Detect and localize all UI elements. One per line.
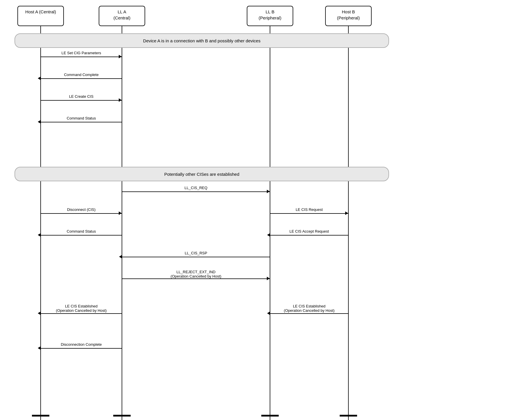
entity-host-a: Host A (Central) <box>17 6 64 26</box>
label-disconnection-complete: Disconnection Complete <box>42 342 120 347</box>
arrow-cmd-status-1 <box>41 122 122 122</box>
label-cmd-status-2: Command Status <box>42 229 120 233</box>
bottom-line-ll-a <box>113 415 131 417</box>
label-le-cis-established-b: LE CIS Established(Operation Cancelled b… <box>271 304 347 313</box>
entity-host-b: Host B(Peripheral) <box>325 6 372 26</box>
banner-connection: Device A is in a connection with B and p… <box>15 33 389 48</box>
arrow-le-cis-established-b <box>270 313 348 314</box>
label-cmd-status-1: Command Status <box>42 116 120 120</box>
arrowhead-le-create-cis <box>119 98 122 102</box>
label-le-cis-accept: LE CIS Accept Request <box>271 229 347 233</box>
arrow-le-create-cis <box>41 100 122 101</box>
arrow-disconnection-complete <box>41 348 122 349</box>
arrowhead-ll-reject-ext <box>267 277 270 280</box>
label-le-create-cis: LE Create CIS <box>42 94 120 99</box>
arrow-ll-cis-req <box>122 191 270 192</box>
label-cmd-complete: Command Complete <box>42 73 120 77</box>
lifeline-host-b <box>348 26 349 420</box>
arrowhead-ll-cis-req <box>267 190 270 193</box>
arrow-le-set-cig <box>41 57 122 57</box>
label-le-cis-established-a: LE CIS Established(Operation Cancelled b… <box>42 304 120 313</box>
banner-cises: Potentially other CISes are established <box>15 167 389 181</box>
bottom-line-host-a <box>32 415 49 417</box>
arrowhead-le-cis-accept <box>267 233 270 237</box>
arrow-cmd-complete <box>41 78 122 79</box>
label-ll-cis-req: LL_CIS_REQ <box>145 186 247 190</box>
label-disconnect-cis: Disconnect (CIS) <box>42 207 120 212</box>
arrow-disconnect-cis <box>41 213 122 214</box>
bottom-line-host-b <box>340 415 357 417</box>
arrowhead-cmd-status-2 <box>38 233 41 237</box>
arrow-cmd-status-2 <box>41 235 122 236</box>
label-le-cis-request: LE CIS Request <box>271 207 347 212</box>
arrowhead-le-cis-request <box>345 211 348 215</box>
arrowhead-le-cis-established-b <box>267 312 270 315</box>
arrowhead-le-set-cig <box>119 55 122 58</box>
arrow-le-cis-accept <box>270 235 348 236</box>
arrowhead-disconnect-cis <box>119 211 122 215</box>
arrowhead-cmd-status-1 <box>38 120 41 124</box>
label-ll-reject-ext: LL_REJECT_EXT_IND(Operation Cancelled by… <box>142 270 250 278</box>
arrow-ll-reject-ext <box>122 278 270 279</box>
bottom-line-ll-b <box>261 415 279 417</box>
arrow-le-cis-request <box>270 213 348 214</box>
entity-ll-a: LL A(Central) <box>99 6 145 26</box>
label-le-set-cig: LE Set CIG Parameters <box>42 51 120 55</box>
lifeline-host-a <box>40 26 41 420</box>
lifeline-ll-a <box>122 26 122 420</box>
sequence-diagram: Host A (Central) LL A(Central) LL B(Peri… <box>0 0 522 420</box>
arrowhead-cmd-complete <box>38 77 41 80</box>
arrowhead-ll-cis-rsp <box>119 255 122 258</box>
arrow-ll-cis-rsp <box>122 257 270 257</box>
arrow-le-cis-established-a <box>41 313 122 314</box>
arrowhead-disconnection-complete <box>38 346 41 350</box>
label-ll-cis-rsp: LL_CIS_RSP <box>145 251 247 255</box>
entity-ll-b: LL B(Peripheral) <box>247 6 293 26</box>
lifeline-ll-b <box>270 26 270 420</box>
arrowhead-le-cis-established-a <box>38 312 41 315</box>
